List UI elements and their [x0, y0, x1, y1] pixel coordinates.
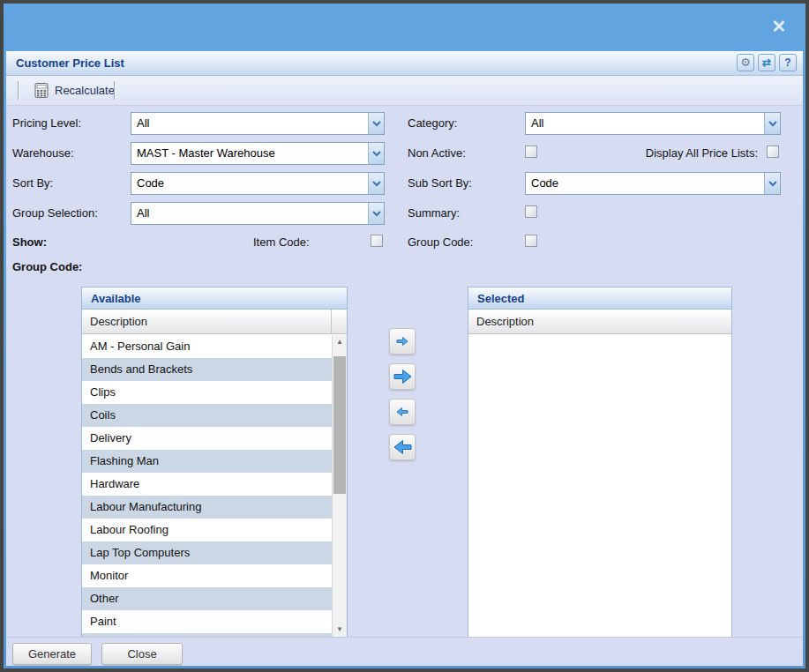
- summary-label: Summary:: [408, 206, 460, 220]
- selected-title: Selected: [468, 287, 731, 310]
- chevron-down-icon[interactable]: [368, 173, 384, 194]
- group-selection-select[interactable]: All: [131, 202, 385, 225]
- list-item[interactable]: Flashing Man: [82, 450, 332, 473]
- list-item[interactable]: Lap Top Computers: [82, 541, 332, 564]
- toolbar: Recalculate: [6, 76, 803, 106]
- list-item[interactable]: Labour Roofing: [82, 519, 332, 541]
- summary-checkbox[interactable]: [525, 205, 537, 218]
- list-item[interactable]: Coils: [82, 404, 332, 427]
- customer-price-list-dialog: ✕ Customer Price List ⚙ ⇄ ?: [0, 0, 809, 672]
- selected-column-header[interactable]: Description: [468, 310, 731, 334]
- list-item[interactable]: Labour Manufacturing: [82, 496, 332, 519]
- available-list: AM - Personal GainBends and BracketsClip…: [82, 335, 332, 637]
- dialog-window: ✕ Customer Price List ⚙ ⇄ ?: [4, 4, 805, 668]
- close-button[interactable]: Close: [101, 643, 183, 665]
- pricing-level-select[interactable]: All: [131, 112, 385, 135]
- category-select[interactable]: All: [525, 112, 781, 135]
- chevron-down-icon[interactable]: [764, 173, 780, 194]
- scroll-down-icon[interactable]: ▼: [333, 623, 347, 637]
- warehouse-value: MAST - Master Warehouse: [137, 143, 275, 164]
- category-value: All: [531, 113, 543, 134]
- group-code-label: Group Code:: [408, 235, 473, 249]
- titlebar: ✕: [4, 4, 805, 51]
- available-column-header[interactable]: Description: [82, 310, 347, 334]
- recalculate-label: Recalculate: [55, 84, 115, 97]
- category-label: Category:: [408, 116, 457, 130]
- selected-list: [468, 335, 731, 637]
- panel-header: Customer Price List ⚙ ⇄ ?: [6, 51, 803, 76]
- list-item[interactable]: Monitor: [82, 564, 332, 587]
- sub-sort-by-select[interactable]: Code: [525, 172, 781, 195]
- list-item[interactable]: Bends and Brackets: [82, 358, 332, 381]
- sub-sort-by-label: Sub Sort By:: [408, 176, 472, 190]
- list-item[interactable]: Clips: [82, 381, 332, 404]
- toolbar-separator: [114, 81, 115, 100]
- arrow-right-double-icon: [393, 369, 412, 385]
- non-active-label: Non Active:: [408, 146, 466, 160]
- scrollbar-thumb[interactable]: [333, 356, 346, 494]
- refresh-icon[interactable]: ⇄: [758, 54, 775, 71]
- list-item[interactable]: Other: [82, 587, 332, 610]
- move-all-left-button[interactable]: [389, 434, 416, 460]
- chevron-down-icon[interactable]: [764, 113, 780, 134]
- selected-panel: Selected Description: [468, 287, 732, 638]
- scrollbar: ▲ ▼: [332, 335, 347, 637]
- warehouse-select[interactable]: MAST - Master Warehouse: [131, 142, 385, 165]
- sort-by-label: Sort By:: [12, 176, 53, 190]
- arrow-left-icon: [396, 407, 408, 417]
- list-item[interactable]: AM - Personal Gain: [82, 335, 332, 358]
- group-selection-label: Group Selection:: [12, 206, 98, 220]
- list-item[interactable]: Hardware: [82, 473, 332, 496]
- chevron-down-icon[interactable]: [368, 113, 384, 134]
- header-tools: ⚙ ⇄ ?: [737, 54, 797, 71]
- move-all-right-button[interactable]: [389, 363, 416, 390]
- gear-icon[interactable]: ⚙: [737, 54, 754, 71]
- arrow-right-icon: [396, 336, 408, 347]
- non-active-checkbox[interactable]: [525, 146, 537, 158]
- move-left-button[interactable]: [389, 399, 416, 425]
- show-label: Show:: [12, 235, 47, 249]
- close-icon[interactable]: ✕: [767, 14, 791, 39]
- display-all-price-lists-label: Display All Price Lists:: [571, 146, 758, 160]
- generate-button[interactable]: Generate: [12, 643, 92, 665]
- move-right-button[interactable]: [389, 328, 416, 355]
- warehouse-label: Warehouse:: [12, 146, 74, 160]
- recalculate-button[interactable]: Recalculate: [29, 79, 120, 101]
- calculator-icon: [34, 83, 49, 98]
- chevron-down-icon[interactable]: [368, 203, 384, 224]
- group-code-checkbox[interactable]: [525, 235, 537, 247]
- item-code-label: Item Code:: [253, 235, 310, 249]
- scroll-up-icon[interactable]: ▲: [333, 335, 347, 349]
- group-code-section-label: Group Code:: [12, 260, 82, 273]
- pricing-level-value: All: [137, 113, 149, 134]
- page-title: Customer Price List: [16, 56, 124, 70]
- group-selection-value: All: [137, 203, 149, 224]
- footer-bar: Generate Close: [6, 637, 803, 666]
- arrow-left-double-icon: [393, 439, 412, 455]
- sub-sort-by-value: Code: [531, 173, 558, 194]
- chevron-down-icon[interactable]: [368, 143, 384, 164]
- dialog-content: Customer Price List ⚙ ⇄ ?: [6, 51, 803, 666]
- toolbar-separator: [18, 81, 19, 100]
- available-title: Available: [82, 287, 347, 310]
- available-panel: Available Description AM - Personal Gain…: [81, 287, 348, 638]
- display-all-price-lists-checkbox[interactable]: [767, 146, 779, 158]
- sort-by-select[interactable]: Code: [131, 172, 385, 195]
- pricing-level-label: Pricing Level:: [12, 116, 81, 130]
- help-icon[interactable]: ?: [779, 54, 797, 71]
- item-code-checkbox[interactable]: [371, 235, 383, 247]
- list-item[interactable]: Delivery: [82, 427, 332, 450]
- list-item[interactable]: Paint: [82, 610, 332, 633]
- sort-by-value: Code: [137, 173, 164, 194]
